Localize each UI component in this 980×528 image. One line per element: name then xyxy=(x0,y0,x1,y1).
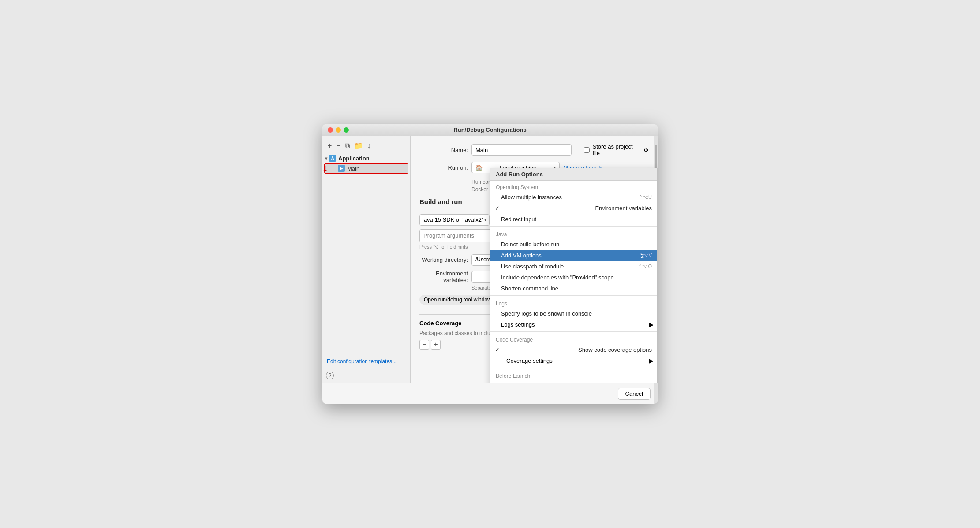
store-checkbox-area: Store as project file ⚙ xyxy=(584,143,649,156)
dropdown-item-redirect-input[interactable]: Redirect input xyxy=(490,214,657,225)
dropdown-item-env-vars[interactable]: Environment variables xyxy=(490,203,657,214)
remove-config-button[interactable]: − xyxy=(334,141,342,151)
sidebar-item-label: Main xyxy=(347,165,359,172)
run-on-label: Run on: xyxy=(419,164,468,171)
edit-templates-link[interactable]: Edit configuration templates... xyxy=(327,358,396,364)
add-run-options-dropdown: Add Run Options Operating System Allow m… xyxy=(490,168,658,383)
window-controls xyxy=(328,127,349,133)
sidebar-group-application: ▾ A Application 1 ▶ Main xyxy=(322,153,410,174)
dropdown-section-coverage: Code Coverage xyxy=(490,333,657,344)
remove-coverage-button[interactable]: − xyxy=(419,340,429,350)
dropdown-item-show-coverage[interactable]: Show code coverage options xyxy=(490,344,657,355)
close-button[interactable] xyxy=(328,127,333,133)
dropdown-item-shorten-cmd[interactable]: Shorten command line xyxy=(490,283,657,294)
divider-logs-coverage xyxy=(490,331,657,332)
dropdown-item-add-vm[interactable]: Add VM options ⌃⌥V xyxy=(490,250,657,261)
step3-badge: 3 xyxy=(640,253,644,260)
env-vars-label: Environment variables: xyxy=(419,270,468,283)
copy-config-button[interactable]: ⧉ xyxy=(343,141,352,151)
house-icon: 🏠 xyxy=(475,164,483,171)
group-label: Application xyxy=(338,155,370,162)
build-run-title: Build and run xyxy=(419,198,462,205)
config-panel: Name: Store as project file ⚙ Run on: 🏠 … xyxy=(411,136,658,383)
dropdown-header: Add Run Options xyxy=(490,168,657,181)
dropdown-item-classpath[interactable]: Use classpath of module ⌃⌥O xyxy=(490,261,657,272)
add-coverage-button[interactable]: + xyxy=(431,340,441,350)
dropdown-item-include-deps[interactable]: Include dependencies with "Provided" sco… xyxy=(490,272,657,283)
dropdown-section-logs: Logs xyxy=(490,297,657,308)
group-header-application[interactable]: ▾ A Application xyxy=(322,153,410,163)
maximize-button[interactable] xyxy=(344,127,349,133)
sidebar-footer: ? xyxy=(322,368,410,383)
dropdown-item-coverage-settings[interactable]: Coverage settings ▶ xyxy=(490,355,657,366)
window-title: Run/Debug Configurations xyxy=(453,126,526,133)
divider-os-java xyxy=(490,226,657,227)
gear-icon: ⚙ xyxy=(643,147,649,153)
sidebar-bottom: Edit configuration templates... xyxy=(322,354,410,368)
working-dir-label: Working directory: xyxy=(419,257,468,263)
dropdown-item-no-build[interactable]: Do not build before run xyxy=(490,239,657,250)
chevron-down-icon: ▾ xyxy=(325,156,327,161)
dropdown-item-allow-multiple[interactable]: Allow multiple instances ⌃⌥U xyxy=(490,192,657,203)
application-group-icon: A xyxy=(329,155,336,162)
help-button[interactable]: ? xyxy=(326,372,334,379)
folder-button[interactable]: 📁 xyxy=(352,141,365,151)
minimize-button[interactable] xyxy=(336,127,341,133)
dropdown-item-add-before-launch[interactable]: Add before launch task xyxy=(490,380,657,383)
step1-badge: 1 xyxy=(323,165,327,172)
name-row: Name: Store as project file ⚙ xyxy=(419,143,649,156)
dropdown-item-logs-settings[interactable]: Logs settings ▶ xyxy=(490,319,657,330)
bottom-bar: Cancel xyxy=(322,383,658,404)
divider-coverage-before-launch xyxy=(490,368,657,368)
main-window: Run/Debug Configurations + − ⧉ 📁 ↕ ▾ A A… xyxy=(322,124,658,404)
cancel-button[interactable]: Cancel xyxy=(618,388,651,400)
dropdown-section-java: Java xyxy=(490,228,657,239)
sort-button[interactable]: ↕ xyxy=(366,141,373,151)
store-label: Store as project file xyxy=(592,143,641,156)
arrow-right-icon: ▶ xyxy=(649,357,654,364)
dropdown-section-os: Operating System xyxy=(490,181,657,192)
sidebar-item-main[interactable]: ▶ Main xyxy=(324,163,408,174)
store-checkbox[interactable] xyxy=(584,147,590,153)
sdk-select[interactable]: java 15 SDK of 'javafx2' ▾ xyxy=(419,214,490,226)
name-label: Name: xyxy=(419,147,468,153)
chevron-down-icon: ▾ xyxy=(484,217,486,222)
sidebar: + − ⧉ 📁 ↕ ▾ A Application 1 ▶ Main xyxy=(322,136,411,383)
arrow-right-icon: ▶ xyxy=(649,321,654,328)
divider-java-logs xyxy=(490,295,657,296)
dropdown-item-specify-logs[interactable]: Specify logs to be shown in console xyxy=(490,308,657,319)
main-content-area: + − ⧉ 📁 ↕ ▾ A Application 1 ▶ Main xyxy=(322,136,658,383)
dropdown-section-before-launch: Before Launch xyxy=(490,369,657,380)
sidebar-toolbar: + − ⧉ 📁 ↕ xyxy=(322,139,410,153)
add-config-button[interactable]: + xyxy=(326,141,333,151)
main-config-icon: ▶ xyxy=(338,165,345,172)
name-input[interactable] xyxy=(471,144,572,156)
sdk-value: java 15 SDK of 'javafx2' xyxy=(423,216,483,223)
titlebar: Run/Debug Configurations xyxy=(322,124,658,136)
